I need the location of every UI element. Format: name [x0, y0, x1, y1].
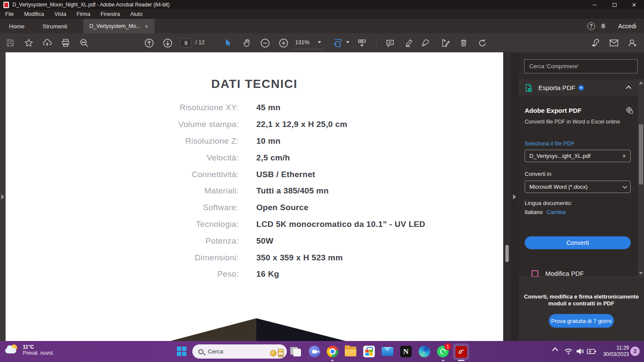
star-icon[interactable]	[22, 36, 35, 49]
search-icon[interactable]	[78, 36, 91, 49]
title-bar: D_Vertysystem_Moon_Night_XL.pdf - Adobe …	[0, 0, 644, 9]
tab-close-icon[interactable]: ×	[145, 23, 148, 30]
selected-file-field[interactable]: D_Vertysys...ight_XL.pdf ×	[525, 150, 631, 162]
collapse-panel-icon[interactable]	[626, 86, 632, 91]
zoom-out-icon[interactable]	[258, 36, 271, 49]
acrobat-button[interactable]	[453, 344, 469, 360]
spec-label: Dimensioni:	[6, 249, 239, 266]
fit-width-icon[interactable]	[331, 36, 344, 49]
menu-file[interactable]: File	[0, 9, 19, 19]
spec-label: Volume stampa:	[6, 116, 239, 133]
document-scrollbar-thumb[interactable]	[505, 245, 509, 262]
edit-pdf-icon	[532, 270, 538, 277]
scroll-up-icon[interactable]	[639, 81, 643, 84]
spec-value: LCD 5K monocromatico da 10.1” - UV LED	[256, 216, 503, 233]
page-number-input[interactable]: 9	[180, 38, 191, 48]
zoom-dropdown-icon[interactable]	[318, 41, 321, 43]
taskbar-search[interactable]: Cerca	[192, 344, 287, 359]
teams-chat-button[interactable]	[309, 346, 320, 357]
start-button[interactable]	[177, 347, 187, 356]
menu-modifica[interactable]: Modifica	[19, 9, 49, 19]
tab-document[interactable]: D_Vertysystem_Mo... ×	[83, 19, 155, 33]
help-icon[interactable]: ?	[587, 22, 595, 30]
menu-firma[interactable]: Firma	[71, 9, 95, 19]
pdf-page[interactable]: DATI TECNICI Risoluzione XY: 45 mn Volum…	[6, 52, 503, 341]
microsoft-store-button[interactable]	[363, 346, 375, 357]
menu-vista[interactable]: Vista	[49, 9, 72, 19]
spec-label: Connettività:	[6, 166, 239, 183]
spec-label: Velocità:	[6, 149, 239, 166]
edit-pdf-panel-header[interactable]: Modifica PDF	[519, 269, 638, 277]
page-title: DATI TECNICI	[6, 77, 503, 91]
scrolling-mode-icon[interactable]	[355, 36, 368, 49]
scroll-down-icon[interactable]	[639, 272, 643, 275]
right-panel-toggle-icon[interactable]	[513, 194, 516, 199]
menu-aiuto[interactable]: Aiuto	[125, 9, 148, 19]
edit-pdf-icon[interactable]	[439, 36, 452, 49]
convert-button[interactable]: Converti	[525, 236, 631, 249]
hand-tool-icon[interactable]	[240, 36, 253, 49]
next-page-icon[interactable]	[161, 36, 174, 49]
select-file-link[interactable]: Seleziona il file PDF	[525, 140, 574, 147]
mail-button[interactable]	[382, 346, 393, 357]
weather-widget[interactable]: 11°C Preval. nuvol.	[5, 344, 54, 356]
spec-label: Peso:	[6, 266, 239, 283]
fit-width-dropdown-icon[interactable]	[346, 41, 349, 43]
tab-home[interactable]: Home	[0, 19, 33, 33]
search-highlights-art[interactable]	[270, 346, 284, 357]
zoom-level-value[interactable]: 131%	[290, 39, 314, 45]
export-pdf-panel-header[interactable]: Esporta PDF ★	[519, 79, 638, 97]
battery-icon[interactable]	[586, 347, 597, 356]
tools-search-input[interactable]	[524, 59, 638, 73]
volume-icon[interactable]	[575, 347, 585, 356]
spec-value: 16 Kg	[256, 266, 503, 283]
share-link-icon[interactable]	[589, 36, 602, 49]
tab-strumenti[interactable]: Strumenti	[33, 19, 76, 33]
fill-sign-icon[interactable]	[419, 36, 431, 49]
menu-finestra[interactable]: Finestra	[95, 9, 125, 19]
free-trial-button[interactable]: Prova gratuita di 7 giorni	[549, 314, 614, 328]
minimize-button[interactable]	[585, 0, 605, 9]
zoom-in-icon[interactable]	[277, 36, 290, 49]
cloud-upload-icon[interactable]	[41, 36, 54, 49]
delete-pages-icon[interactable]	[457, 36, 470, 49]
search-icon	[198, 349, 204, 354]
highlighter-icon[interactable]	[402, 36, 415, 49]
print-icon[interactable]	[59, 36, 72, 49]
previous-page-icon[interactable]	[143, 36, 155, 49]
clock-widget[interactable]: 11:29 30/03/2023	[598, 345, 629, 358]
sign-in-button[interactable]: Accedi	[618, 23, 636, 30]
notion-button[interactable]: N	[400, 346, 412, 357]
file-explorer-button[interactable]	[345, 346, 356, 357]
share-people-icon[interactable]	[626, 36, 639, 49]
sidebar-scrollbar[interactable]	[638, 79, 644, 277]
tab-document-label: D_Vertysystem_Mo...	[90, 23, 141, 29]
wifi-icon[interactable]	[564, 347, 573, 356]
chrome-button[interactable]	[327, 346, 338, 357]
comment-icon[interactable]	[383, 36, 396, 49]
page-total: 12	[198, 39, 204, 45]
left-panel-toggle-icon[interactable]	[1, 194, 4, 199]
close-button[interactable]: ✕	[624, 0, 644, 9]
document-scrollbar[interactable]	[503, 52, 511, 341]
weather-temperature: 11°C	[23, 344, 54, 350]
save-icon[interactable]	[4, 36, 17, 49]
notification-count-badge[interactable]: 2	[630, 347, 640, 356]
whatsapp-button[interactable]: 1	[437, 346, 449, 357]
change-language-link[interactable]: Cambia	[547, 209, 566, 215]
edge-button[interactable]	[419, 346, 430, 357]
task-view-button[interactable]	[290, 346, 302, 357]
tools-sidebar: Esporta PDF ★ Adobe Export PDF Converti …	[519, 52, 644, 341]
clear-file-icon[interactable]: ×	[623, 153, 626, 160]
email-icon[interactable]	[608, 36, 620, 49]
format-select[interactable]: Microsoft Word (*.docx)	[525, 181, 631, 193]
tray-overflow-icon[interactable]	[552, 347, 558, 353]
bell-icon[interactable]	[599, 22, 607, 30]
sidebar-scrollbar-thumb[interactable]	[639, 124, 643, 184]
spec-value: Open Source	[256, 199, 503, 216]
time-value: 11:29	[598, 345, 629, 351]
maximize-button[interactable]	[605, 0, 624, 9]
spec-value: 350 x 359 x H 523 mm	[256, 249, 503, 266]
rotate-pages-icon[interactable]	[476, 36, 489, 49]
select-tool-icon[interactable]	[222, 36, 234, 49]
